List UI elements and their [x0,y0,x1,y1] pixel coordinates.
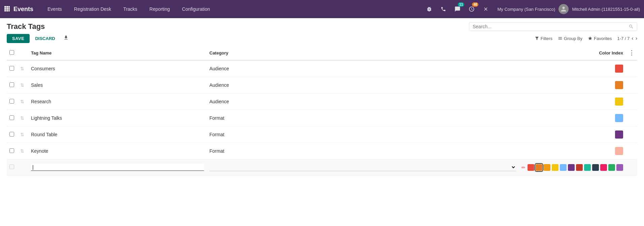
row-menu-cell [626,126,637,143]
pagination-text: 1-7 / 7 [617,36,630,41]
app-brand[interactable]: Events [13,6,33,13]
clock-icon-btn[interactable]: 48 [466,4,477,14]
page-title: Track Tags [7,22,45,31]
svg-rect-3 [4,8,6,10]
color-option[interactable] [560,164,567,171]
color-option[interactable] [616,164,623,171]
nav-configuration[interactable]: Configuration [176,0,216,18]
row-drag-handle-cell: ⇅ [18,60,28,77]
pagination: 1-7 / 7 ‹ › [617,35,637,41]
discard-button[interactable]: DISCARD [32,34,58,43]
row-drag-handle-cell: ⇅ [18,93,28,110]
nav-tracks[interactable]: Tracks [117,0,143,18]
table-row: ⇅ Consumers Audience [7,60,637,77]
row-checkbox-cell [7,110,18,126]
table-container: Tag Name Category Color Index ⋮ ⇅ Consum… [0,46,644,176]
color-swatch[interactable] [615,65,623,73]
color-swatch[interactable] [615,81,623,89]
color-swatch[interactable] [615,147,623,155]
drag-handle-icon[interactable]: ⇅ [20,115,24,121]
new-row-check [7,159,18,176]
toolbar-right: Filters Group By Favorites 1-7 / 7 ‹ › [535,35,637,41]
new-tag-input[interactable] [31,164,204,171]
row-category: Format [207,143,519,159]
row-checkbox[interactable] [9,132,14,137]
download-button[interactable] [61,34,71,43]
bug-icon-btn[interactable] [424,4,435,14]
drag-handle-icon[interactable]: ⇅ [20,82,24,88]
row-color-cell [519,126,626,143]
row-checkbox-cell [7,60,18,77]
avatar[interactable] [558,4,569,14]
row-tag-name: Lightning Talks [28,110,207,126]
color-swatch[interactable] [615,98,623,106]
color-option[interactable] [536,164,542,171]
new-category-select[interactable]: Audience Format [209,163,516,171]
row-color-cell [519,77,626,93]
color-option[interactable] [584,164,591,171]
color-swatch[interactable] [615,114,623,122]
drag-handle-icon[interactable]: ⇅ [20,148,24,154]
groupby-button[interactable]: Group By [558,36,582,41]
row-category: Format [207,126,519,143]
color-option[interactable] [568,164,575,171]
svg-rect-5 [8,8,10,10]
save-button[interactable]: SAVE [7,34,30,43]
drag-handle-icon[interactable]: ⇅ [20,132,24,137]
eraser-icon[interactable]: ✏ [521,165,526,170]
row-checkbox[interactable] [9,99,14,104]
color-option[interactable] [600,164,607,171]
search-icon [629,24,634,29]
chat-badge: 11 [458,2,464,7]
nav-reporting[interactable]: Reporting [143,0,176,18]
color-option[interactable] [544,164,550,171]
header-tag-name: Tag Name [28,46,207,60]
track-tags-table: Tag Name Category Color Index ⋮ ⇅ Consum… [7,46,637,176]
row-category: Audience [207,93,519,110]
more-icon[interactable]: ⋮ [629,49,635,56]
color-option[interactable] [608,164,615,171]
header-category: Category [207,46,519,60]
row-category: Audience [207,60,519,77]
nav-events[interactable]: Events [41,0,68,18]
phone-icon-btn[interactable] [438,4,449,14]
row-color-cell [519,60,626,77]
row-checkbox[interactable] [9,148,14,153]
close-icon-btn[interactable] [480,4,491,14]
nav-registration-desk[interactable]: Registration Desk [68,0,117,18]
row-checkbox[interactable] [9,82,14,87]
row-menu-cell [626,110,637,126]
color-option[interactable] [552,164,558,171]
table-header-row: Tag Name Category Color Index ⋮ [7,46,637,60]
table-row: ⇅ Research Audience [7,93,637,110]
search-input[interactable] [473,24,629,29]
row-checkbox[interactable] [9,115,14,120]
row-category: Audience [207,77,519,93]
favorites-button[interactable]: Favorites [588,36,612,41]
table-row: ⇅ Round Table Format [7,126,637,143]
color-option[interactable] [528,164,534,171]
next-page-button[interactable]: › [636,35,637,41]
row-checkbox-cell [7,77,18,93]
prev-page-button[interactable]: ‹ [632,35,633,41]
select-all-checkbox[interactable] [9,50,14,55]
new-row-color-picker-cell: ✏ [519,159,626,176]
row-checkbox[interactable] [9,66,14,71]
row-drag-handle-cell: ⇅ [18,143,28,159]
row-menu-cell [626,60,637,77]
filters-button[interactable]: Filters [535,36,552,41]
svg-rect-4 [6,8,8,10]
row-tag-name: Consumers [28,60,207,77]
grid-icon[interactable] [4,6,10,13]
chat-icon-btn[interactable]: 11 [452,4,463,14]
table-body: ⇅ Consumers Audience ⇅ Sales Audience ⇅ … [7,60,637,176]
color-option[interactable] [592,164,599,171]
nav-links: Events Registration Desk Tracks Reportin… [41,0,424,18]
row-category: Format [207,110,519,126]
color-swatch[interactable] [615,130,623,139]
drag-handle-icon[interactable]: ⇅ [20,66,24,71]
new-row-checkbox[interactable] [9,164,14,169]
color-option[interactable] [576,164,583,171]
table-row: ⇅ Keynote Format [7,143,637,159]
drag-handle-icon[interactable]: ⇅ [20,99,24,104]
